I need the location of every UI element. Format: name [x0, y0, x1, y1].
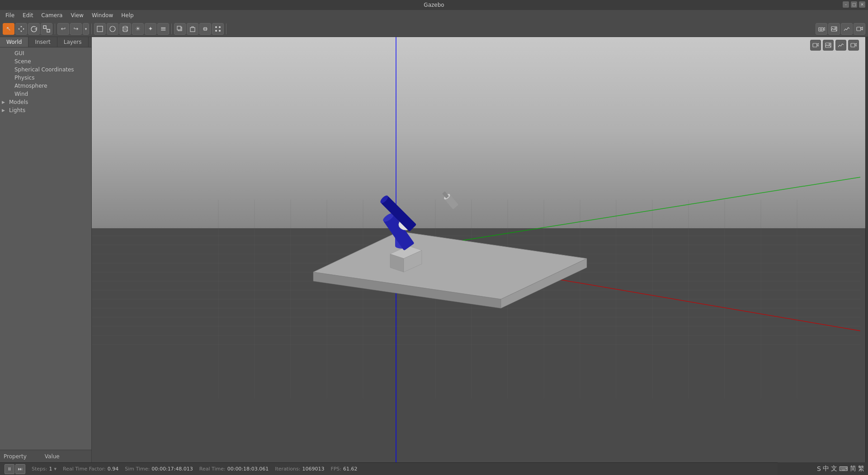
svg-point-55 [829, 44, 830, 45]
directionallight-button[interactable]: ≡ [157, 23, 169, 35]
chart-tool-button[interactable] [841, 23, 853, 35]
separator-2 [91, 24, 92, 34]
svg-point-19 [820, 28, 822, 30]
tab-layers[interactable]: Layers [57, 37, 89, 47]
axis-y [462, 177, 860, 240]
menu-view[interactable]: View [67, 11, 87, 19]
grid-overlay [92, 37, 868, 462]
maximize-button[interactable]: □ [851, 1, 857, 8]
property-panel-header: Property Value [0, 450, 91, 462]
svg-rect-1 [47, 29, 50, 32]
pause-button[interactable]: ⏸ [5, 464, 14, 474]
value-col-label: Value [45, 453, 60, 460]
sphere-button[interactable] [107, 23, 118, 35]
tree-item-wind[interactable]: Wind [0, 90, 91, 98]
steps-label: Steps: [32, 466, 47, 472]
svg-point-4 [110, 26, 115, 32]
svg-point-21 [835, 27, 836, 28]
real-time-label: Real Time: [199, 466, 226, 472]
tree-item-models[interactable]: ▶ Models [0, 98, 91, 106]
svg-rect-53 [813, 43, 817, 47]
translate-tool-button[interactable] [15, 23, 27, 35]
taskbar-icon-2: 中 [823, 465, 829, 473]
tree-panel: GUI Scene Spherical Coordinates Physics … [0, 47, 91, 450]
step-forward-button[interactable]: ⏭ [15, 464, 25, 474]
close-button[interactable]: ✕ [859, 1, 865, 8]
svg-rect-22 [857, 27, 861, 31]
taskbar-icon-4: ⌨ [839, 465, 848, 472]
tree-item-spherical-coords[interactable]: Spherical Coordinates [0, 66, 91, 74]
camera-tool-button[interactable] [816, 23, 827, 35]
left-panel: World Insert Layers GUI Scene Spherical … [0, 37, 92, 462]
tab-insert[interactable]: Insert [28, 37, 57, 47]
tree-item-lights[interactable]: ▶ Lights [0, 106, 91, 114]
app-title: Gazebo [424, 2, 444, 8]
rotate-tool-button[interactable] [28, 23, 40, 35]
viewport[interactable] [92, 37, 868, 462]
svg-point-17 [219, 30, 221, 31]
menu-help[interactable]: Help [118, 11, 137, 19]
steps-item: Steps: 1 ▾ [32, 466, 57, 472]
cylinder-button[interactable] [119, 23, 131, 35]
svg-rect-56 [851, 43, 855, 47]
tree-item-scene[interactable]: Scene [0, 57, 91, 66]
fps-label: FPS: [330, 466, 341, 472]
box-button[interactable] [94, 23, 106, 35]
undo-dropdown-button[interactable]: ▾ [83, 23, 89, 35]
minimize-button[interactable]: – [843, 1, 849, 8]
iterations-item: Iterations: 1069013 [275, 466, 324, 472]
viewport-video-button[interactable] [848, 40, 859, 51]
iterations-label: Iterations: [275, 466, 300, 472]
titlebar: Gazebo – □ ✕ [0, 0, 868, 10]
tree-item-atmosphere[interactable]: Atmosphere [0, 82, 91, 90]
sim-time-item: Sim Time: 00:00:17:48.013 [125, 466, 193, 472]
tree-item-gui[interactable]: GUI [0, 49, 91, 57]
steps-dropdown-icon[interactable]: ▾ [54, 466, 57, 472]
tree-item-physics[interactable]: Physics [0, 74, 91, 82]
sim-time-label: Sim Time: [125, 466, 150, 472]
tree-arrow-models: ▶ [2, 100, 7, 104]
viewport-chart-button[interactable] [835, 40, 846, 51]
real-time-value: 00:00:18:03.061 [227, 466, 269, 472]
svg-rect-11 [190, 28, 195, 32]
undo-button[interactable]: ↩ [57, 23, 69, 35]
fps-value: 61.62 [343, 466, 358, 472]
viewport-camera-button[interactable] [810, 40, 821, 51]
play-controls: ⏸ ⏭ [5, 464, 25, 474]
svg-point-8 [123, 30, 127, 32]
snap-button[interactable] [212, 23, 224, 35]
taskbar-icon-1: S [817, 465, 821, 472]
select-tool-button[interactable]: ↖ [3, 23, 14, 35]
svg-point-5 [123, 26, 127, 28]
main-layout: World Insert Layers GUI Scene Spherical … [0, 37, 868, 462]
svg-rect-0 [43, 26, 46, 28]
fps-item: FPS: 61.62 [330, 466, 357, 472]
iterations-value: 1069013 [302, 466, 324, 472]
rtf-value: 0.94 [108, 466, 119, 472]
image-tool-button[interactable] [828, 23, 840, 35]
viewport-image-button[interactable] [823, 40, 834, 51]
toolbar: ↖ ↩ ↪ ▾ ☀ ✦ ≡ [0, 21, 868, 37]
menu-camera[interactable]: Camera [38, 11, 66, 19]
scale-tool-button[interactable] [41, 23, 52, 35]
sunlight-button[interactable]: ☀ [132, 23, 144, 35]
separator-3 [171, 24, 172, 34]
menu-file[interactable]: File [2, 11, 18, 19]
paste-button[interactable] [187, 23, 198, 35]
svg-rect-3 [97, 26, 103, 32]
copy-button[interactable] [174, 23, 186, 35]
menu-window[interactable]: Window [88, 11, 117, 19]
menu-edit[interactable]: Edit [19, 11, 37, 19]
titlebar-controls[interactable]: – □ ✕ [843, 1, 865, 8]
svg-rect-10 [177, 26, 181, 30]
align-button[interactable] [199, 23, 211, 35]
tab-world[interactable]: World [0, 37, 28, 47]
steps-value: 1 [49, 466, 52, 472]
redo-button[interactable]: ↪ [70, 23, 82, 35]
pointlight-button[interactable]: ✦ [145, 23, 156, 35]
statusbar: ⏸ ⏭ Steps: 1 ▾ Real Time Factor: 0.94 Si… [0, 462, 868, 475]
separator-1 [55, 24, 55, 34]
sim-time-value: 00:00:17:48.013 [151, 466, 193, 472]
video-tool-button[interactable] [854, 23, 865, 35]
viewport-right-resizer[interactable] [865, 37, 868, 462]
